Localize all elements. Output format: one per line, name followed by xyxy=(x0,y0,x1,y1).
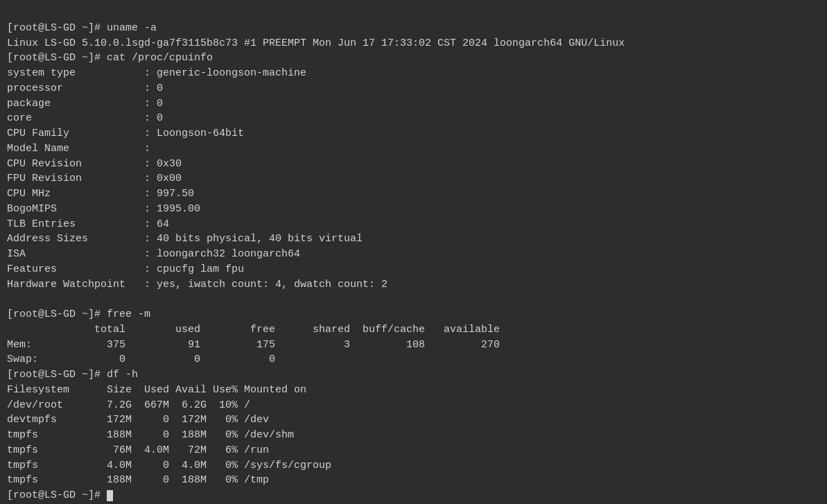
output-line: tmpfs 4.0M 0 4.0M 0% /sys/fs/cgroup xyxy=(7,458,820,473)
terminal-window: [root@LS-GD ~]# uname -aLinux LS-GD 5.10… xyxy=(7,6,820,503)
output-line: CPU MHz : 997.50 xyxy=(7,186,820,202)
output-line: FPU Revision : 0x00 xyxy=(7,171,820,186)
output-line: Address Sizes : 40 bits physical, 40 bit… xyxy=(7,232,820,247)
output-line: system type : generic-loongson-machine xyxy=(7,66,820,81)
prompt-line: [root@LS-GD ~]# cat /proc/cpuinfo xyxy=(7,51,820,66)
prompt-line: [root@LS-GD ~]# free -m xyxy=(7,307,820,322)
output-line: TLB Entries : 64 xyxy=(7,217,820,232)
output-line: /dev/root 7.2G 667M 6.2G 10% / xyxy=(7,398,820,413)
output-line: package : 0 xyxy=(7,96,820,112)
output-line: Features : cpucfg lam fpu xyxy=(7,262,820,277)
output-line: Model Name : xyxy=(7,141,820,157)
output-line: tmpfs 188M 0 188M 0% /dev/shm xyxy=(7,428,820,443)
output-line: BogoMIPS : 1995.00 xyxy=(7,202,820,217)
output-line: tmpfs 188M 0 188M 0% /tmp xyxy=(7,473,820,488)
output-line: Swap: 0 0 0 xyxy=(7,352,820,367)
output-line: Hardware Watchpoint : yes, iwatch count:… xyxy=(7,277,820,293)
output-line xyxy=(7,292,820,307)
output-line: total used free shared buff/cache availa… xyxy=(7,322,820,338)
prompt-cursor-line: [root@LS-GD ~]# xyxy=(7,488,820,503)
output-line: Mem: 375 91 175 3 108 270 xyxy=(7,338,820,353)
prompt-line: [root@LS-GD ~]# uname -a xyxy=(7,21,820,36)
output-line: ISA : loongarch32 loongarch64 xyxy=(7,247,820,262)
output-line: core : 0 xyxy=(7,111,820,126)
output-line: processor : 0 xyxy=(7,81,820,96)
output-line: CPU Revision : 0x30 xyxy=(7,157,820,172)
output-line: CPU Family : Loongson-64bit xyxy=(7,126,820,141)
output-line: tmpfs 76M 4.0M 72M 6% /run xyxy=(7,443,820,458)
output-line: Filesystem Size Used Avail Use% Mounted … xyxy=(7,383,820,398)
terminal-cursor xyxy=(107,490,113,501)
output-line: Linux LS-GD 5.10.0.lsgd-ga7f3115b8c73 #1… xyxy=(7,36,820,51)
prompt-line: [root@LS-GD ~]# df -h xyxy=(7,367,820,383)
output-line: devtmpfs 172M 0 172M 0% /dev xyxy=(7,412,820,428)
